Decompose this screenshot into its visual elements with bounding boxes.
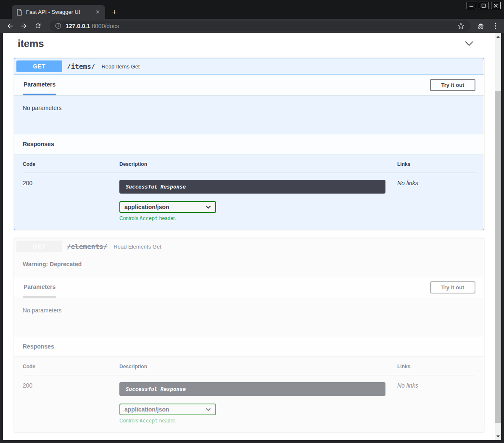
col-header-description: Description (119, 161, 397, 167)
scrollbar-thumb[interactable] (495, 91, 501, 423)
response-description-box: Successful Response (119, 382, 385, 396)
address-bar[interactable]: 127.0.0.1:8000/docs (50, 21, 470, 31)
response-row-200: 200 Successful Response application/json… (23, 375, 475, 424)
close-button[interactable] (491, 2, 501, 9)
opblock-get-elements-deprecated: GET /elements/ Read Elements Get Warning… (14, 238, 484, 433)
response-description-box: Successful Response (119, 180, 385, 194)
scrollbar-up-arrow[interactable] (495, 34, 501, 39)
media-type-value: application/json (124, 204, 169, 210)
response-code: 200 (23, 180, 119, 221)
opblock-summary[interactable]: GET /items/ Read Items Get (14, 58, 484, 75)
response-code: 200 (23, 382, 119, 424)
browser-menu-icon[interactable]: ⋮ (492, 21, 499, 30)
window-controls (467, 2, 501, 9)
browser-tab[interactable]: Fast API - Swagger UI × (12, 5, 105, 19)
media-type-select[interactable]: application/json (119, 404, 216, 415)
tab-title: Fast API - Swagger UI (26, 9, 91, 15)
media-type-select[interactable]: application/json (119, 201, 216, 213)
parameters-header: Parameters Try it out (14, 75, 484, 95)
opblock-get-items: GET /items/ Read Items Get Parameters Tr… (14, 58, 484, 230)
try-it-out-button[interactable]: Try it out (430, 281, 475, 294)
page-scrollbar[interactable] (495, 33, 501, 440)
forward-icon[interactable] (20, 22, 28, 30)
no-links-text: No links (397, 382, 475, 424)
browser-toolbar: 127.0.0.1:8000/docs ⋮ (0, 19, 504, 33)
scrollbar-down-arrow[interactable] (495, 434, 501, 439)
url-text[interactable]: 127.0.0.1:8000/docs (66, 23, 119, 29)
no-parameters-text: No parameters (23, 307, 62, 314)
responses-title: Responses (23, 141, 54, 147)
favicon-document-icon (16, 9, 22, 16)
col-header-links: Links (397, 161, 475, 167)
endpoint-summary: Read Elements Get (113, 244, 161, 250)
endpoint-path: /elements/ (67, 243, 107, 251)
url-path: :8000/docs (90, 23, 119, 29)
maximize-button[interactable] (479, 2, 488, 9)
deprecated-warning: Warning: Deprecated (14, 255, 484, 277)
minimize-button[interactable] (467, 2, 476, 9)
chevron-down-icon (206, 205, 211, 209)
col-header-code: Code (23, 364, 119, 370)
col-header-code: Code (23, 161, 119, 167)
responses-header: Responses (14, 134, 484, 154)
tag-section-header-items[interactable]: items (14, 37, 484, 54)
site-info-icon[interactable] (55, 23, 61, 29)
opblock-summary[interactable]: GET /elements/ Read Elements Get (14, 239, 484, 255)
responses-title: Responses (23, 343, 54, 350)
tab-parameters[interactable]: Parameters (23, 277, 56, 298)
endpoint-path: /items/ (67, 63, 95, 71)
swagger-page: items GET /items/ Read Items Get Paramet… (3, 33, 501, 440)
tab-close-icon[interactable]: × (95, 9, 101, 16)
accept-header-note: Controls Accept header. (119, 215, 397, 221)
response-row-200: 200 Successful Response application/json… (23, 173, 475, 221)
responses-table: Code Description Links 200 Successful Re… (14, 154, 484, 230)
media-type-value: application/json (124, 406, 169, 413)
chevron-down-icon (206, 408, 211, 412)
section-title: items (18, 38, 44, 50)
endpoint-summary: Read Items Get (101, 63, 140, 70)
parameters-body: No parameters (14, 95, 484, 134)
parameters-header: Parameters Try it out (14, 277, 484, 298)
tab-parameters[interactable]: Parameters (23, 75, 56, 95)
back-icon[interactable] (6, 22, 14, 30)
col-header-description: Description (119, 364, 397, 370)
bookmark-star-icon[interactable] (457, 22, 465, 30)
no-links-text: No links (397, 180, 475, 221)
new-tab-button[interactable]: + (112, 8, 117, 16)
incognito-icon (476, 22, 485, 30)
accept-header-note: Controls Accept header. (119, 418, 397, 424)
method-badge: GET (16, 60, 62, 72)
window-titlebar: Fast API - Swagger UI × + (0, 0, 504, 19)
method-badge: GET (16, 241, 62, 252)
col-header-links: Links (397, 364, 475, 370)
try-it-out-button[interactable]: Try it out (430, 79, 475, 91)
parameters-body: No parameters (14, 298, 484, 337)
responses-table: Code Description Links 200 Successful Re… (14, 356, 484, 432)
collapse-chevron-icon[interactable] (464, 39, 474, 48)
no-parameters-text: No parameters (23, 105, 62, 111)
reload-icon[interactable] (34, 22, 42, 30)
url-host: 127.0.0.1 (66, 23, 90, 29)
responses-header: Responses (14, 337, 484, 356)
